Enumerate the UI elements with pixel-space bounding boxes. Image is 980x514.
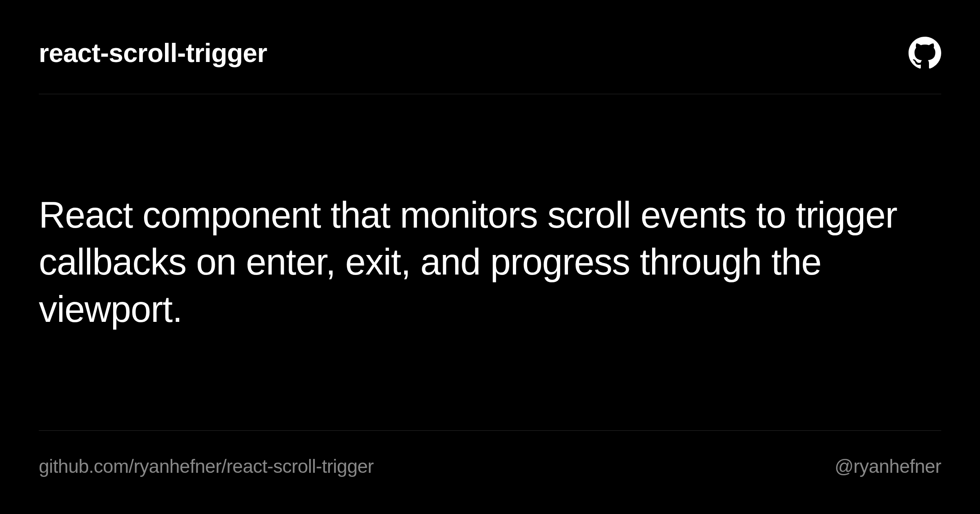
card-footer: github.com/ryanhefner/react-scroll-trigg… (39, 430, 941, 477)
github-icon (909, 37, 941, 69)
package-description: React component that monitors scroll eve… (39, 192, 941, 333)
author-handle: @ryanhefner (835, 455, 941, 477)
repo-url: github.com/ryanhefner/react-scroll-trigg… (39, 455, 374, 477)
card-header: react-scroll-trigger (39, 37, 941, 94)
package-title: react-scroll-trigger (39, 38, 267, 68)
social-card: react-scroll-trigger React component tha… (0, 0, 980, 514)
description-section: React component that monitors scroll eve… (39, 94, 941, 430)
